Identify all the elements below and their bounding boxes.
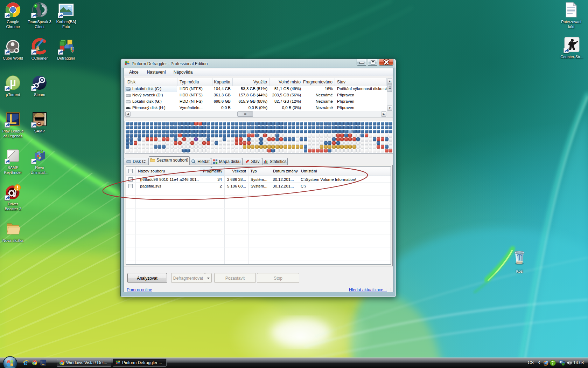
svg-text:µ: µ	[10, 76, 16, 89]
